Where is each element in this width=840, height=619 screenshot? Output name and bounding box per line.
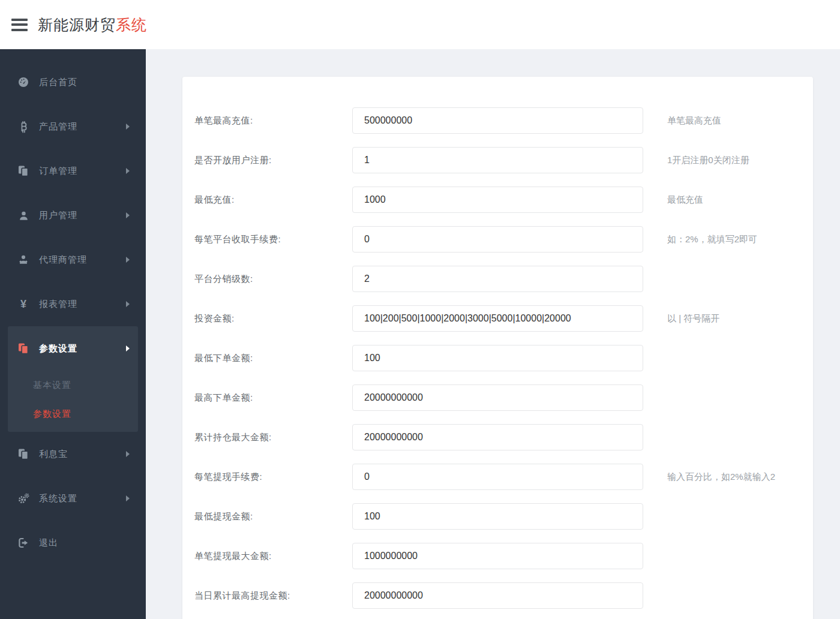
agents-icon bbox=[17, 254, 30, 266]
gears-icon bbox=[17, 492, 30, 504]
chevron-right-icon bbox=[126, 168, 130, 174]
sidebar-item-orders[interactable]: 订单管理 bbox=[0, 149, 146, 193]
form-row: 最低充值: 最低充值 bbox=[194, 187, 801, 213]
form-row: 投资金额: 以 | 符号隔开 bbox=[194, 305, 801, 332]
form-row: 每笔平台收取手续费: 如：2%，就填写2即可 bbox=[194, 226, 801, 253]
sidebar-item-label: 产品管理 bbox=[39, 121, 77, 133]
sidebar-subitem-basic-settings[interactable]: 基本设置 bbox=[8, 371, 138, 399]
top-header: 新能源财贸系统 bbox=[0, 0, 840, 49]
form-row: 平台分销级数: bbox=[194, 266, 801, 292]
sidebar-item-users[interactable]: 用户管理 bbox=[0, 193, 146, 238]
form-row: 最高下单金额: bbox=[194, 384, 801, 411]
investment-amounts-input[interactable] bbox=[352, 305, 643, 332]
chevron-right-icon bbox=[126, 345, 130, 351]
field-label: 单笔提现最大金额: bbox=[194, 543, 352, 569]
sidebar-item-label: 用户管理 bbox=[39, 210, 77, 221]
chevron-right-icon bbox=[126, 301, 130, 307]
max-position-amount-input[interactable] bbox=[352, 424, 643, 450]
user-icon bbox=[17, 210, 30, 221]
chevron-right-icon bbox=[126, 451, 130, 457]
registration-open-input[interactable] bbox=[352, 147, 643, 173]
interest-icon bbox=[17, 448, 30, 460]
form-row: 单笔最高充值: 单笔最高充值 bbox=[194, 107, 801, 134]
sidebar-item-interest[interactable]: 利息宝 bbox=[0, 432, 146, 476]
app-title: 新能源财贸系统 bbox=[38, 15, 147, 35]
max-single-recharge-input[interactable] bbox=[352, 107, 643, 134]
field-hint bbox=[667, 345, 801, 350]
sidebar-item-system-settings[interactable]: 系统设置 bbox=[0, 476, 146, 521]
field-label: 平台分销级数: bbox=[194, 266, 352, 292]
sidebar-item-label: 订单管理 bbox=[39, 166, 77, 177]
field-label: 是否开放用户注册: bbox=[194, 147, 352, 173]
field-hint bbox=[667, 543, 801, 548]
field-hint: 输入百分比，如2%就输入2 bbox=[667, 464, 801, 485]
dashboard-icon bbox=[17, 76, 30, 88]
sidebar-item-logout[interactable]: 退出 bbox=[0, 521, 146, 565]
form-row: 最低下单金额: bbox=[194, 345, 801, 371]
field-hint bbox=[667, 266, 801, 271]
sidebar-item-label: 参数设置 bbox=[39, 343, 77, 354]
sidebar-item-label: 系统设置 bbox=[39, 493, 77, 504]
form-row: 累计持仓最大金额: bbox=[194, 424, 801, 450]
field-label: 每笔平台收取手续费: bbox=[194, 226, 352, 253]
field-label: 单笔最高充值: bbox=[194, 107, 352, 134]
chevron-right-icon bbox=[126, 257, 130, 263]
field-hint: 以 | 符号隔开 bbox=[667, 305, 801, 326]
app-title-main: 新能源财贸 bbox=[38, 16, 116, 33]
sidebar-item-params[interactable]: 参数设置 bbox=[8, 326, 138, 371]
distribution-levels-input[interactable] bbox=[352, 266, 643, 292]
max-daily-withdraw-input[interactable] bbox=[352, 582, 643, 609]
sidebar-item-label: 代理商管理 bbox=[39, 254, 87, 266]
max-single-withdraw-input[interactable] bbox=[352, 543, 643, 569]
min-recharge-input[interactable] bbox=[352, 187, 643, 213]
sidebar-item-agents[interactable]: 代理商管理 bbox=[0, 238, 146, 282]
min-withdraw-amount-input[interactable] bbox=[352, 503, 643, 530]
sidebar-item-label: 后台首页 bbox=[39, 77, 77, 88]
field-label: 累计持仓最大金额: bbox=[194, 424, 352, 450]
hamburger-bar bbox=[11, 29, 28, 31]
min-order-amount-input[interactable] bbox=[352, 345, 643, 371]
platform-fee-input[interactable] bbox=[352, 226, 643, 253]
form-row: 最低提现金额: bbox=[194, 503, 801, 530]
hamburger-icon[interactable] bbox=[11, 16, 28, 34]
sidebar-item-reports[interactable]: ¥ 报表管理 bbox=[0, 282, 146, 326]
form-row: 当日累计最高提现金额: bbox=[194, 582, 801, 609]
chevron-right-icon bbox=[126, 212, 130, 218]
app-title-accent: 系统 bbox=[116, 16, 147, 33]
form-row: 每笔提现手续费: 输入百分比，如2%就输入2 bbox=[194, 464, 801, 490]
main-content: 单笔最高充值: 单笔最高充值 是否开放用户注册: 1开启注册0关闭注册 最低充值… bbox=[146, 49, 840, 619]
sidebar: 后台首页 产品管理 订单管理 用户管理 bbox=[0, 49, 146, 619]
field-hint bbox=[667, 384, 801, 390]
hamburger-bar bbox=[11, 19, 28, 21]
bitcoin-icon bbox=[17, 121, 30, 133]
yen-icon: ¥ bbox=[17, 299, 30, 310]
form-row: 是否开放用户注册: 1开启注册0关闭注册 bbox=[194, 147, 801, 173]
settings-form-card: 单笔最高充值: 单笔最高充值 是否开放用户注册: 1开启注册0关闭注册 最低充值… bbox=[182, 77, 813, 619]
chevron-right-icon bbox=[126, 124, 130, 130]
sidebar-item-products[interactable]: 产品管理 bbox=[0, 104, 146, 149]
orders-icon bbox=[17, 165, 30, 177]
sidebar-item-label: 利息宝 bbox=[39, 449, 68, 460]
sidebar-item-dashboard[interactable]: 后台首页 bbox=[0, 60, 146, 104]
field-label: 最高下单金额: bbox=[194, 384, 352, 411]
field-label: 每笔提现手续费: bbox=[194, 464, 352, 490]
sidebar-subitem-param-settings[interactable]: 参数设置 bbox=[8, 399, 138, 428]
field-label: 最低下单金额: bbox=[194, 345, 352, 371]
params-icon bbox=[17, 342, 30, 354]
field-label: 当日累计最高提现金额: bbox=[194, 582, 352, 609]
logout-icon bbox=[17, 537, 30, 549]
field-hint bbox=[667, 503, 801, 509]
field-label: 最低提现金额: bbox=[194, 503, 352, 530]
max-order-amount-input[interactable] bbox=[352, 384, 643, 411]
field-label: 最低充值: bbox=[194, 187, 352, 213]
chevron-right-icon bbox=[126, 495, 130, 501]
field-hint: 单笔最高充值 bbox=[667, 107, 801, 128]
field-hint: 最低充值 bbox=[667, 187, 801, 208]
field-hint: 1开启注册0关闭注册 bbox=[667, 147, 801, 168]
withdraw-fee-input[interactable] bbox=[352, 464, 643, 490]
sidebar-item-label: 报表管理 bbox=[39, 299, 77, 310]
field-hint bbox=[667, 424, 801, 429]
sidebar-item-label: 退出 bbox=[39, 537, 58, 549]
field-label: 投资金额: bbox=[194, 305, 352, 332]
form-row: 单笔提现最大金额: bbox=[194, 543, 801, 569]
